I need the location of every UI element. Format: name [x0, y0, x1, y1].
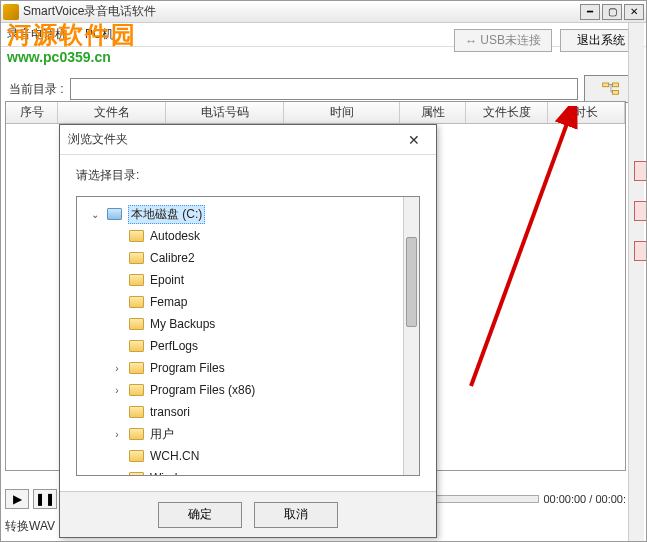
svg-rect-2	[613, 91, 619, 95]
folder-icon	[129, 252, 144, 264]
titlebar: SmartVoice录音电话软件 ━ ▢ ✕	[1, 1, 646, 23]
folder-icon	[129, 428, 144, 440]
tree-item[interactable]: My Backups	[81, 313, 415, 335]
tree-item[interactable]: Windows	[81, 467, 415, 476]
menu-recorder[interactable]: 录音电话机	[7, 26, 67, 43]
col-phone[interactable]: 电话号码	[166, 102, 284, 123]
folder-icon	[129, 230, 144, 242]
ok-button[interactable]: 确定	[158, 502, 242, 528]
folder-icon	[129, 384, 144, 396]
tree-item-label: Epoint	[150, 273, 184, 287]
drive-icon	[107, 208, 122, 220]
tree-item[interactable]: Autodesk	[81, 225, 415, 247]
col-length[interactable]: 文件长度	[466, 102, 548, 123]
tree-item[interactable]: Epoint	[81, 269, 415, 291]
folder-tree[interactable]: ⌄ 本地磁盘 (C:) AutodeskCalibre2EpointFemapM…	[76, 196, 420, 476]
minimize-button[interactable]: ━	[580, 4, 600, 20]
svg-rect-0	[603, 83, 609, 87]
tree-item[interactable]: ›Program Files	[81, 357, 415, 379]
folder-icon	[129, 340, 144, 352]
maximize-button[interactable]: ▢	[602, 4, 622, 20]
tree-item[interactable]: PerfLogs	[81, 335, 415, 357]
col-filename[interactable]: 文件名	[58, 102, 166, 123]
svg-rect-1	[613, 83, 619, 87]
browse-dialog: 浏览文件夹 ✕ 请选择目录: ⌄ 本地磁盘 (C:) AutodeskCalib…	[59, 124, 437, 538]
collapse-icon[interactable]: ⌄	[89, 209, 101, 220]
tree-item[interactable]: Femap	[81, 291, 415, 313]
expand-icon[interactable]: ›	[111, 363, 123, 374]
usb-icon: ↔	[465, 34, 477, 48]
tree-item[interactable]: ›Program Files (x86)	[81, 379, 415, 401]
tree-icon	[602, 82, 620, 96]
tree-root-label[interactable]: 本地磁盘 (C:)	[128, 205, 205, 224]
grid-header: 序号 文件名 电话号码 时间 属性 文件长度 时长	[6, 102, 625, 124]
current-dir-input[interactable]	[70, 78, 578, 100]
tree-item-label: Calibre2	[150, 251, 195, 265]
folder-icon	[129, 318, 144, 330]
folder-icon	[129, 406, 144, 418]
pause-button[interactable]: ❚❚	[33, 489, 57, 509]
col-index[interactable]: 序号	[6, 102, 58, 123]
tree-item-label: Windows	[150, 471, 199, 476]
dialog-prompt: 请选择目录:	[60, 155, 436, 192]
usb-status: ↔ USB未连接	[454, 29, 552, 52]
folder-icon	[129, 274, 144, 286]
folder-icon	[129, 296, 144, 308]
tree-scrollbar[interactable]	[403, 197, 419, 475]
col-time[interactable]: 时间	[284, 102, 400, 123]
right-fragment	[634, 161, 647, 361]
close-button[interactable]: ✕	[624, 4, 644, 20]
dialog-close-button[interactable]: ✕	[400, 130, 428, 150]
col-attr[interactable]: 属性	[400, 102, 466, 123]
tree-item-label: 用户	[150, 426, 174, 443]
tree-root[interactable]: ⌄ 本地磁盘 (C:)	[81, 203, 415, 225]
play-button[interactable]: ▶	[5, 489, 29, 509]
current-dir-label: 当前目录 :	[9, 81, 64, 98]
tree-item-label: WCH.CN	[150, 449, 199, 463]
col-duration[interactable]: 时长	[548, 102, 625, 123]
usb-label: USB未连接	[480, 32, 541, 49]
tree-item-label: Program Files	[150, 361, 225, 375]
tree-item[interactable]: ›用户	[81, 423, 415, 445]
expand-icon[interactable]: ›	[111, 429, 123, 440]
convert-label: 转换WAV	[5, 518, 55, 535]
tree-item[interactable]: transori	[81, 401, 415, 423]
folder-icon	[129, 472, 144, 476]
tree-item-label: PerfLogs	[150, 339, 198, 353]
dialog-title: 浏览文件夹	[68, 131, 400, 148]
tree-item[interactable]: WCH.CN	[81, 445, 415, 467]
app-icon	[3, 4, 19, 20]
dialog-titlebar: 浏览文件夹 ✕	[60, 125, 436, 155]
tree-item-label: Autodesk	[150, 229, 200, 243]
tree-item-label: Program Files (x86)	[150, 383, 255, 397]
folder-icon	[129, 450, 144, 462]
folder-icon	[129, 362, 144, 374]
tree-item-label: My Backups	[150, 317, 215, 331]
tree-item[interactable]: Calibre2	[81, 247, 415, 269]
menu-pc[interactable]: PC机	[85, 26, 114, 43]
cancel-button[interactable]: 取消	[254, 502, 338, 528]
tree-item-label: Femap	[150, 295, 187, 309]
window-title: SmartVoice录音电话软件	[23, 3, 580, 20]
time-display: 00:00:00 / 00:00:	[543, 493, 626, 505]
tree-item-label: transori	[150, 405, 190, 419]
expand-icon[interactable]: ›	[111, 385, 123, 396]
